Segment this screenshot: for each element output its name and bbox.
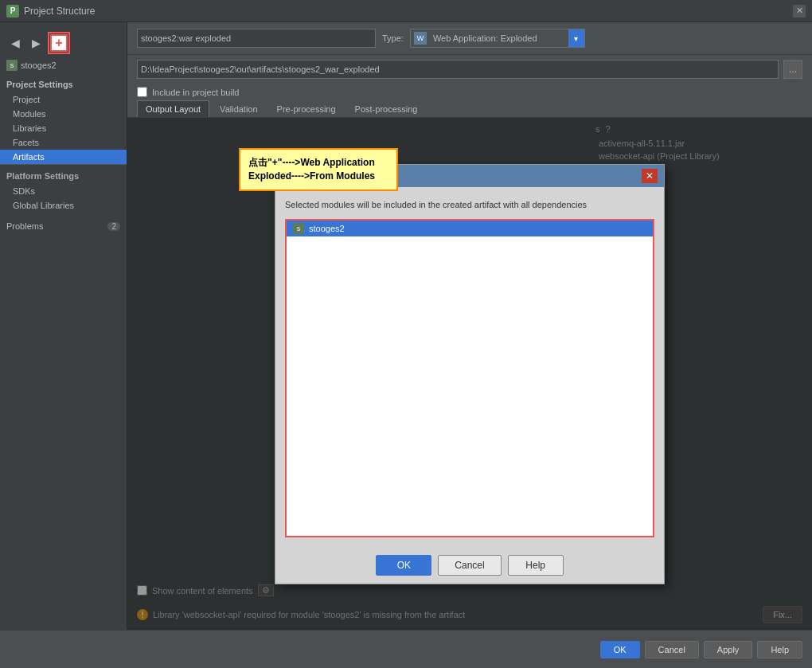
tab-output-layout[interactable]: Output Layout [137, 100, 209, 117]
close-button[interactable]: ✕ [793, 5, 806, 18]
sidebar-item-libraries[interactable]: Libraries [0, 121, 127, 135]
problems-label: Problems [6, 221, 43, 231]
module-list[interactable]: s stooges2 [285, 219, 654, 537]
modal-close-button[interactable]: ✕ [642, 169, 658, 183]
modal-description: Selected modules will be included in the… [285, 197, 654, 213]
artifact-name-input[interactable] [137, 29, 376, 48]
module-name: stooges2 [309, 224, 345, 233]
sidebar-item-facets[interactable]: Facets [0, 135, 127, 150]
select-modules-dialog: M Select Modules ✕ Selected modules will… [275, 164, 665, 584]
annotation-box: 点击"+"---->Web Application Exploded---->F… [239, 148, 398, 191]
type-select-arrow: ▾ [568, 29, 584, 47]
bottom-bar: OK Cancel Apply Help [0, 630, 812, 668]
project-icon: s [6, 60, 18, 71]
main-container: ◀ ▶ + s stooges2 Project Settings Projec… [0, 22, 812, 630]
include-checkbox-row: Include in project build [127, 84, 812, 100]
modal-body: Selected modules will be included in the… [275, 187, 664, 547]
forward-button[interactable]: ▶ [27, 34, 45, 52]
sidebar-toolbar: ◀ ▶ + [0, 29, 127, 57]
sidebar: ◀ ▶ + s stooges2 Project Settings Projec… [0, 22, 127, 630]
problems-badge: 2 [107, 222, 120, 231]
modal-footer: OK Cancel Help [275, 547, 664, 584]
tab-validation[interactable]: Validation [211, 100, 267, 117]
cancel-button[interactable]: Cancel [645, 641, 699, 658]
tab-postprocessing[interactable]: Post-processing [346, 100, 427, 117]
sidebar-item-problems[interactable]: Problems 2 [0, 219, 127, 233]
tab-preprocessing[interactable]: Pre-processing [268, 100, 345, 117]
type-select[interactable]: W Web Application: Exploded ▾ [410, 29, 585, 48]
include-checkbox[interactable] [137, 87, 147, 97]
modal-ok-button[interactable]: OK [376, 555, 431, 576]
main-content: Type: W Web Application: Exploded ▾ ... … [127, 22, 812, 630]
back-button[interactable]: ◀ [6, 34, 24, 52]
output-path-input[interactable] [137, 60, 779, 79]
title-bar-icon: P [6, 5, 19, 18]
help-button[interactable]: Help [757, 641, 802, 658]
project-settings-label: Project Settings [0, 73, 127, 92]
add-button-container: + [48, 32, 70, 54]
module-icon: s [293, 223, 304, 234]
output-path-row: ... [127, 55, 812, 84]
apply-button[interactable]: Apply [704, 641, 753, 658]
modal-cancel-button[interactable]: Cancel [438, 555, 501, 576]
project-item: s stooges2 [0, 57, 127, 73]
browse-button[interactable]: ... [783, 60, 802, 79]
add-artifact-button[interactable]: + [50, 34, 68, 52]
sidebar-item-project[interactable]: Project [0, 92, 127, 107]
content-area: s ? activemq-all-5.11.1.jar websocket-ap… [127, 118, 812, 630]
sidebar-item-global-libraries[interactable]: Global Libraries [0, 198, 127, 213]
modal-help-button[interactable]: Help [508, 555, 564, 576]
artifact-header: Type: W Web Application: Exploded ▾ [127, 22, 812, 55]
tabs-row: Output Layout Validation Pre-processing … [127, 100, 812, 118]
modal-overlay: M Select Modules ✕ Selected modules will… [127, 118, 812, 630]
sidebar-item-sdks[interactable]: SDKs [0, 184, 127, 198]
type-select-text: Web Application: Exploded [430, 33, 568, 43]
type-label: Type: [382, 33, 404, 43]
sidebar-item-modules[interactable]: Modules [0, 107, 127, 121]
title-bar-title: Project Structure [24, 6, 95, 17]
module-list-item[interactable]: s stooges2 [287, 221, 653, 236]
title-bar: P Project Structure ✕ [0, 0, 812, 22]
type-select-icon: W [414, 32, 427, 45]
project-name: stooges2 [21, 61, 57, 70]
bottom-buttons: OK Cancel Apply Help [600, 641, 802, 658]
include-label: Include in project build [152, 88, 239, 97]
platform-settings-label: Platform Settings [0, 164, 127, 184]
ok-button[interactable]: OK [600, 641, 640, 658]
sidebar-item-artifacts[interactable]: Artifacts [0, 150, 127, 164]
